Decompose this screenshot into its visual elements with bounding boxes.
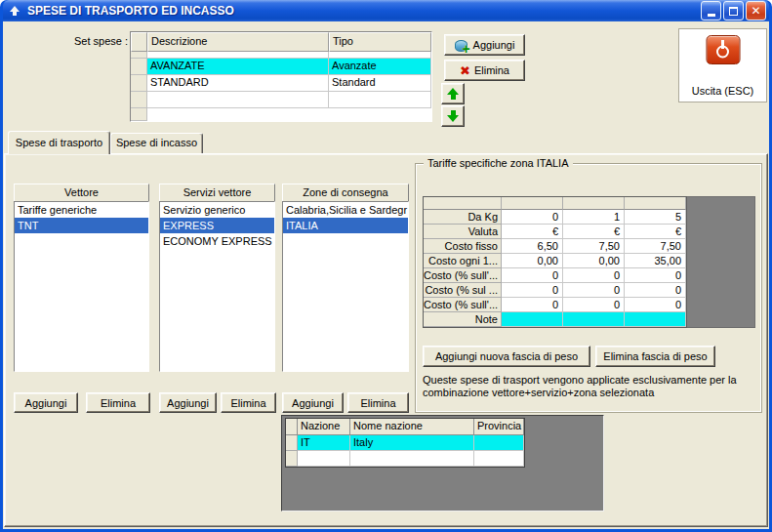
servizi-item-servizio-generico[interactable]: Servizio generico bbox=[160, 202, 274, 218]
tariffe-cell[interactable]: 0 bbox=[625, 268, 686, 283]
delete-fascia-button[interactable]: Elimina fascia di peso bbox=[595, 346, 715, 367]
row-selector bbox=[286, 451, 298, 467]
tariffe-note-line2: combinazione vettore+servizio+zona selez… bbox=[423, 387, 756, 399]
tariffe-cell[interactable]: 0 bbox=[563, 298, 625, 312]
cell-provincia[interactable] bbox=[474, 435, 524, 451]
tab-spese-di-incasso[interactable]: Spese di incasso bbox=[110, 133, 203, 153]
tariffe-cell[interactable]: € bbox=[502, 225, 563, 239]
tariffe-cell[interactable]: 0 bbox=[502, 298, 563, 312]
grid-filler bbox=[131, 108, 431, 121]
servizi-header: Servizi vettore bbox=[159, 184, 275, 202]
servizi-delete-button[interactable]: Elimina bbox=[221, 392, 276, 413]
tab-spese-di-trasporto[interactable]: Spese di trasporto bbox=[8, 131, 110, 154]
tariffe-cell[interactable]: 0 bbox=[625, 283, 686, 298]
tariffe-cell[interactable] bbox=[563, 312, 625, 327]
client-area: Set spese : Descrizione Tipo AVANZATE Av… bbox=[3, 21, 769, 529]
tab-page-spese-trasporto: Vettore Tariffe generiche TNT Aggiungi E… bbox=[4, 153, 768, 527]
cell-nome-nazione[interactable]: Italy bbox=[350, 435, 474, 451]
vettore-delete-button[interactable]: Elimina bbox=[86, 392, 150, 413]
tariffe-cell[interactable] bbox=[502, 312, 563, 327]
servizi-list[interactable]: Servizio generico EXPRESS ECONOMY EXPRES… bbox=[159, 201, 275, 372]
tariffe-row-label: Valuta bbox=[424, 225, 502, 239]
zone-item-calabria[interactable]: Calabria,Sicilia e Sardegr bbox=[283, 202, 408, 218]
tariffe-cell[interactable]: 0 bbox=[502, 283, 563, 298]
tariffe-row-note: Note bbox=[424, 312, 686, 327]
servizi-add-button[interactable]: Aggiungi bbox=[159, 392, 217, 413]
tariffe-cell[interactable]: € bbox=[625, 225, 686, 239]
set-spese-label: Set spese : bbox=[22, 35, 128, 47]
set-spese-row-standard[interactable]: STANDARD Standard bbox=[131, 75, 431, 92]
tariffe-grid-header bbox=[424, 197, 686, 210]
tariffe-cell[interactable]: 7,50 bbox=[563, 239, 625, 254]
vettore-item-tnt[interactable]: TNT bbox=[15, 218, 148, 233]
vettore-list[interactable]: Tariffe generiche TNT bbox=[14, 201, 149, 372]
nazioni-grid: Nazione Nome nazione Provincia IT Italy bbox=[285, 418, 525, 468]
move-up-button[interactable] bbox=[441, 83, 465, 104]
cell-descrizione[interactable] bbox=[147, 92, 329, 108]
set-spese-delete-button[interactable]: ✖ Elimina bbox=[444, 60, 525, 81]
set-spese-delete-label: Elimina bbox=[474, 64, 509, 76]
tariffe-cell[interactable]: 0 bbox=[563, 268, 625, 283]
app-window: SPESE DI TRASPORTO ED INCASSO ✕ Set spes… bbox=[0, 0, 772, 532]
tariffe-grid-filler bbox=[687, 196, 755, 328]
cell-nome-nazione[interactable] bbox=[350, 451, 474, 467]
maximize-button[interactable] bbox=[723, 1, 744, 20]
row-selector bbox=[286, 435, 298, 451]
servizi-item-economy-express[interactable]: ECONOMY EXPRESS bbox=[160, 233, 274, 249]
vettore-add-button[interactable]: Aggiungi bbox=[14, 392, 78, 413]
row-selector bbox=[131, 92, 147, 108]
tariffe-row-label: Costo (% sull'... bbox=[424, 268, 502, 283]
move-down-button[interactable] bbox=[441, 105, 465, 127]
tariffe-cell[interactable]: 0 bbox=[563, 283, 625, 298]
set-spese-row-empty[interactable] bbox=[131, 92, 431, 108]
row-selector bbox=[131, 59, 147, 75]
tariffe-cell[interactable]: € bbox=[563, 225, 625, 239]
tariffe-cell[interactable]: 5 bbox=[625, 210, 686, 225]
tariffe-cell[interactable]: 35,00 bbox=[625, 254, 686, 268]
close-button[interactable]: ✕ bbox=[746, 1, 766, 20]
tariffe-row-label: Costo (% sul ... bbox=[424, 283, 502, 298]
cell-tipo[interactable]: Avanzate bbox=[329, 59, 431, 75]
selector-column-header bbox=[131, 32, 147, 52]
cell-tipo[interactable] bbox=[329, 92, 431, 108]
nazioni-row-empty[interactable] bbox=[286, 451, 524, 467]
minimize-button[interactable] bbox=[701, 1, 721, 20]
cell-provincia[interactable] bbox=[474, 451, 524, 467]
tariffe-cell[interactable]: 0 bbox=[502, 210, 563, 225]
vettore-item-tariffe-generiche[interactable]: Tariffe generiche bbox=[15, 202, 148, 218]
cell-descrizione[interactable]: AVANZATE bbox=[147, 59, 329, 75]
cell-nazione[interactable] bbox=[298, 451, 350, 467]
tariffe-cell[interactable]: 0 bbox=[625, 298, 686, 312]
add-fascia-button[interactable]: Aggiungi nuova fascia di peso bbox=[423, 346, 590, 367]
tariffe-cell[interactable]: 6,50 bbox=[502, 239, 563, 254]
servizi-item-express[interactable]: EXPRESS bbox=[160, 218, 274, 233]
tariffe-note: Queste spese di trasport vengono applica… bbox=[423, 374, 756, 399]
tariffe-row-costo-perc-3: Costo (% sull'... 0 0 0 bbox=[424, 298, 686, 312]
tariffe-cell[interactable] bbox=[625, 312, 686, 327]
tariffe-cell[interactable]: 0,00 bbox=[563, 254, 625, 268]
set-spese-add-button[interactable]: + Aggiungi bbox=[444, 34, 525, 56]
titlebar[interactable]: SPESE DI TRASPORTO ED INCASSO ✕ bbox=[3, 0, 769, 21]
cell-nazione[interactable]: IT bbox=[298, 435, 350, 451]
set-spese-row-avanzate[interactable]: AVANZATE Avanzate bbox=[131, 59, 431, 75]
cell-descrizione[interactable]: STANDARD bbox=[147, 75, 329, 92]
nazioni-grid-header: Nazione Nome nazione Provincia bbox=[286, 419, 524, 435]
zone-list[interactable]: Calabria,Sicilia e Sardegr ITALIA bbox=[282, 201, 409, 372]
cell-tipo[interactable]: Standard bbox=[329, 75, 431, 92]
app-icon bbox=[7, 4, 22, 18]
tariffe-grid: Da Kg 0 1 5 Valuta € € € Costo fisso 6,5… bbox=[423, 196, 687, 328]
tariffe-cell[interactable]: 0,00 bbox=[502, 254, 563, 268]
vettore-header: Vettore bbox=[14, 184, 149, 202]
tariffe-cell[interactable]: 7,50 bbox=[625, 239, 686, 254]
exit-button[interactable]: Uscita (ESC) bbox=[678, 28, 767, 102]
nazioni-row-it[interactable]: IT Italy bbox=[286, 435, 524, 451]
tariffe-cell[interactable]: 0 bbox=[502, 268, 563, 283]
zone-item-italia[interactable]: ITALIA bbox=[283, 218, 408, 233]
power-icon[interactable] bbox=[706, 35, 740, 64]
zone-delete-button[interactable]: Elimina bbox=[347, 392, 409, 413]
tariffe-groupbox: Tariffe specifiche zona ITALIA Da Kg 0 1… bbox=[415, 163, 762, 413]
tariffe-cell[interactable]: 1 bbox=[563, 210, 625, 225]
zone-add-button[interactable]: Aggiungi bbox=[282, 392, 344, 413]
exit-label: Uscita (ESC) bbox=[679, 85, 766, 97]
tariffe-row-costo-ogni: Costo ogni 1... 0,00 0,00 35,00 bbox=[424, 254, 686, 268]
